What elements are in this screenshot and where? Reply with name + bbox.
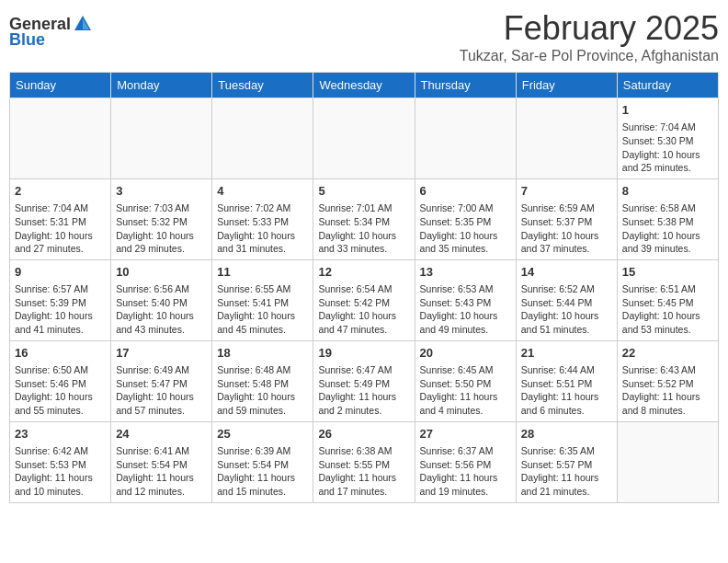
calendar-week-row: 1Sunrise: 7:04 AMSunset: 5:30 PMDaylight… <box>10 98 719 179</box>
calendar-cell: 20Sunrise: 6:45 AMSunset: 5:50 PMDayligh… <box>415 340 516 421</box>
weekday-header-friday: Friday <box>516 73 617 98</box>
logo: General Blue <box>9 9 93 50</box>
logo-blue-text: Blue <box>9 30 45 50</box>
weekday-header-wednesday: Wednesday <box>313 73 415 98</box>
day-number: 5 <box>318 183 409 200</box>
calendar-cell <box>617 421 718 502</box>
day-number: 27 <box>420 426 511 442</box>
calendar-week-row: 9Sunrise: 6:57 AMSunset: 5:39 PMDaylight… <box>10 259 719 340</box>
weekday-header-tuesday: Tuesday <box>212 73 313 98</box>
day-info: Sunrise: 6:59 AMSunset: 5:37 PMDaylight:… <box>521 201 612 256</box>
day-info: Sunrise: 6:39 AMSunset: 5:54 PMDaylight:… <box>217 444 308 499</box>
calendar-cell: 8Sunrise: 6:58 AMSunset: 5:38 PMDaylight… <box>617 178 718 259</box>
day-number: 23 <box>15 426 106 442</box>
day-number: 24 <box>116 426 207 442</box>
day-info: Sunrise: 7:02 AMSunset: 5:33 PMDaylight:… <box>217 201 308 256</box>
day-number: 6 <box>420 183 511 200</box>
calendar-cell: 12Sunrise: 6:54 AMSunset: 5:42 PMDayligh… <box>313 259 415 340</box>
calendar-cell: 19Sunrise: 6:47 AMSunset: 5:49 PMDayligh… <box>313 340 415 421</box>
day-number: 25 <box>217 426 308 442</box>
calendar-cell <box>111 98 212 179</box>
calendar-cell <box>313 98 415 179</box>
day-number: 19 <box>318 345 409 362</box>
day-info: Sunrise: 6:45 AMSunset: 5:50 PMDaylight:… <box>420 363 511 418</box>
day-number: 7 <box>521 183 612 200</box>
day-info: Sunrise: 6:51 AMSunset: 5:45 PMDaylight:… <box>622 282 713 337</box>
day-info: Sunrise: 7:04 AMSunset: 5:30 PMDaylight:… <box>622 121 713 175</box>
calendar-cell: 16Sunrise: 6:50 AMSunset: 5:46 PMDayligh… <box>10 340 111 421</box>
day-number: 18 <box>217 345 308 362</box>
calendar-cell <box>212 98 313 179</box>
calendar-cell: 14Sunrise: 6:52 AMSunset: 5:44 PMDayligh… <box>516 259 617 340</box>
calendar-cell: 7Sunrise: 6:59 AMSunset: 5:37 PMDaylight… <box>516 178 617 259</box>
calendar-cell: 17Sunrise: 6:49 AMSunset: 5:47 PMDayligh… <box>111 340 212 421</box>
day-info: Sunrise: 6:55 AMSunset: 5:41 PMDaylight:… <box>217 282 308 337</box>
calendar-cell: 2Sunrise: 7:04 AMSunset: 5:31 PMDaylight… <box>10 178 111 259</box>
location-title: Tukzar, Sar-e Pol Province, Afghanistan <box>460 48 719 64</box>
page-header: General Blue February 2025 Tukzar, Sar-e… <box>9 9 719 64</box>
calendar-cell <box>10 98 111 179</box>
day-number: 15 <box>622 264 713 281</box>
day-info: Sunrise: 6:58 AMSunset: 5:38 PMDaylight:… <box>622 201 713 256</box>
day-number: 16 <box>15 345 106 362</box>
day-number: 8 <box>622 183 713 200</box>
day-info: Sunrise: 6:35 AMSunset: 5:57 PMDaylight:… <box>521 444 612 499</box>
day-number: 20 <box>420 345 511 362</box>
calendar-week-row: 23Sunrise: 6:42 AMSunset: 5:53 PMDayligh… <box>10 421 719 502</box>
logo-icon <box>73 14 93 34</box>
calendar-cell: 11Sunrise: 6:55 AMSunset: 5:41 PMDayligh… <box>212 259 313 340</box>
day-number: 10 <box>116 264 207 281</box>
day-number: 4 <box>217 183 308 200</box>
day-number: 12 <box>318 264 409 281</box>
calendar-cell: 4Sunrise: 7:02 AMSunset: 5:33 PMDaylight… <box>212 178 313 259</box>
calendar-cell: 13Sunrise: 6:53 AMSunset: 5:43 PMDayligh… <box>415 259 516 340</box>
calendar-cell: 15Sunrise: 6:51 AMSunset: 5:45 PMDayligh… <box>617 259 718 340</box>
day-info: Sunrise: 6:56 AMSunset: 5:40 PMDaylight:… <box>116 282 207 337</box>
day-number: 11 <box>217 264 308 281</box>
day-number: 26 <box>318 426 409 442</box>
day-info: Sunrise: 7:00 AMSunset: 5:35 PMDaylight:… <box>420 201 511 256</box>
calendar-week-row: 16Sunrise: 6:50 AMSunset: 5:46 PMDayligh… <box>10 340 719 421</box>
day-number: 2 <box>15 183 106 200</box>
day-number: 14 <box>521 264 612 281</box>
day-info: Sunrise: 6:47 AMSunset: 5:49 PMDaylight:… <box>318 363 409 418</box>
day-info: Sunrise: 7:03 AMSunset: 5:32 PMDaylight:… <box>116 201 207 256</box>
day-number: 22 <box>622 345 713 362</box>
day-info: Sunrise: 6:53 AMSunset: 5:43 PMDaylight:… <box>420 282 511 337</box>
title-section: February 2025 Tukzar, Sar-e Pol Province… <box>460 9 719 64</box>
day-info: Sunrise: 6:49 AMSunset: 5:47 PMDaylight:… <box>116 363 207 418</box>
calendar-cell: 21Sunrise: 6:44 AMSunset: 5:51 PMDayligh… <box>516 340 617 421</box>
weekday-header-sunday: Sunday <box>10 73 111 98</box>
day-info: Sunrise: 6:41 AMSunset: 5:54 PMDaylight:… <box>116 444 207 499</box>
day-info: Sunrise: 6:54 AMSunset: 5:42 PMDaylight:… <box>318 282 409 337</box>
day-info: Sunrise: 6:42 AMSunset: 5:53 PMDaylight:… <box>15 444 106 499</box>
day-info: Sunrise: 6:48 AMSunset: 5:48 PMDaylight:… <box>217 363 308 418</box>
calendar-cell: 3Sunrise: 7:03 AMSunset: 5:32 PMDaylight… <box>111 178 212 259</box>
day-number: 9 <box>15 264 106 281</box>
calendar-table: SundayMondayTuesdayWednesdayThursdayFrid… <box>9 72 719 503</box>
calendar-cell: 10Sunrise: 6:56 AMSunset: 5:40 PMDayligh… <box>111 259 212 340</box>
calendar-cell: 22Sunrise: 6:43 AMSunset: 5:52 PMDayligh… <box>617 340 718 421</box>
day-info: Sunrise: 6:50 AMSunset: 5:46 PMDaylight:… <box>15 363 106 418</box>
day-info: Sunrise: 6:44 AMSunset: 5:51 PMDaylight:… <box>521 363 612 418</box>
calendar-cell <box>516 98 617 179</box>
day-info: Sunrise: 7:01 AMSunset: 5:34 PMDaylight:… <box>318 201 409 256</box>
day-info: Sunrise: 6:52 AMSunset: 5:44 PMDaylight:… <box>521 282 612 337</box>
weekday-header-thursday: Thursday <box>415 73 516 98</box>
weekday-header-saturday: Saturday <box>617 73 718 98</box>
day-number: 17 <box>116 345 207 362</box>
calendar-cell: 26Sunrise: 6:38 AMSunset: 5:55 PMDayligh… <box>313 421 415 502</box>
calendar-cell: 28Sunrise: 6:35 AMSunset: 5:57 PMDayligh… <box>516 421 617 502</box>
day-number: 28 <box>521 426 612 442</box>
day-info: Sunrise: 6:57 AMSunset: 5:39 PMDaylight:… <box>15 282 106 337</box>
day-info: Sunrise: 7:04 AMSunset: 5:31 PMDaylight:… <box>15 201 106 256</box>
calendar-week-row: 2Sunrise: 7:04 AMSunset: 5:31 PMDaylight… <box>10 178 719 259</box>
calendar-cell: 27Sunrise: 6:37 AMSunset: 5:56 PMDayligh… <box>415 421 516 502</box>
calendar-cell: 5Sunrise: 7:01 AMSunset: 5:34 PMDaylight… <box>313 178 415 259</box>
calendar-cell: 23Sunrise: 6:42 AMSunset: 5:53 PMDayligh… <box>10 421 111 502</box>
day-info: Sunrise: 6:37 AMSunset: 5:56 PMDaylight:… <box>420 444 511 499</box>
calendar-cell: 9Sunrise: 6:57 AMSunset: 5:39 PMDaylight… <box>10 259 111 340</box>
day-number: 3 <box>116 183 207 200</box>
calendar-cell: 25Sunrise: 6:39 AMSunset: 5:54 PMDayligh… <box>212 421 313 502</box>
day-number: 21 <box>521 345 612 362</box>
